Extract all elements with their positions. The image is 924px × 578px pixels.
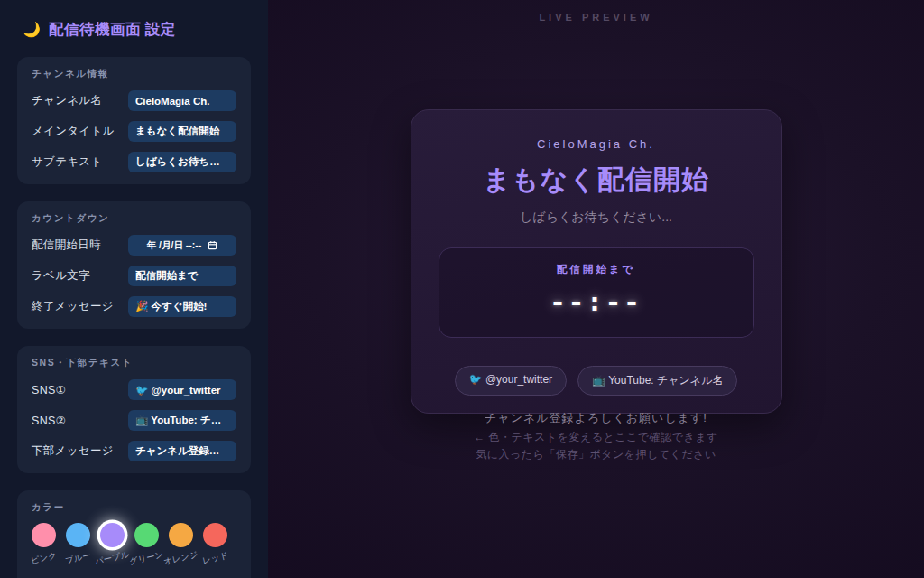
color-swatch-pink[interactable] xyxy=(32,523,56,547)
preview-countdown-value: --:-- xyxy=(439,286,753,317)
field-row-sub-text: サブテキスト xyxy=(32,152,236,172)
hint-line-2: 気に入ったら「保存」ボタンを押してください xyxy=(474,446,718,463)
swatch-item-purple: パープル xyxy=(100,523,125,564)
start-datetime-input[interactable]: 年 /月/日 --:-- xyxy=(128,235,236,256)
field-row-countdown-label: ラベル文字 xyxy=(32,266,236,286)
color-swatch-green[interactable] xyxy=(134,523,159,547)
field-row-start-datetime: 配信開始日時 年 /月/日 --:-- xyxy=(32,235,236,256)
sns2-input[interactable] xyxy=(128,410,236,431)
preview-bottom-message: チャンネル登録よろしくお願いします! xyxy=(411,410,781,426)
main-title-input[interactable] xyxy=(128,121,236,142)
preview-card: CieloMagia Ch. まもなく配信開始 しばらくお待ちください... 配… xyxy=(411,109,782,414)
start-datetime-label: 配信開始日時 xyxy=(32,238,101,253)
preview-sub-text: しばらくお待ちください... xyxy=(411,210,781,226)
settings-sidebar: 🌙 配信待機画面 設定 チャンネル情報 チャンネル名 メインタイトル サブテキス… xyxy=(0,0,268,578)
color-swatch-purple[interactable] xyxy=(100,523,125,547)
preview-sns-pills: 🐦 @your_twitter 📺 YouTube: チャンネル名 xyxy=(411,366,781,396)
swatch-item-blue: ブルー xyxy=(66,523,90,564)
swatch-item-orange: オレンジ xyxy=(169,523,193,564)
color-swatch-red[interactable] xyxy=(203,523,227,547)
moon-icon: 🌙 xyxy=(23,23,41,37)
swatch-item-green: グリーン xyxy=(134,523,159,564)
color-swatch-grid: ピンク ブルー パープル グリーン オレンジ xyxy=(32,523,236,578)
field-row-finish-message: 終了メッセージ xyxy=(32,296,236,317)
bottom-message-label: 下部メッセージ xyxy=(32,443,114,459)
section-sns: SNS・下部テキスト SNS① SNS② 下部メッセージ xyxy=(17,346,251,473)
bottom-message-input[interactable] xyxy=(128,441,236,461)
live-preview-label: LIVE PREVIEW xyxy=(539,12,652,23)
app-title: 配信待機画面 設定 xyxy=(49,20,176,40)
color-swatch-blue[interactable] xyxy=(66,523,90,547)
app-header: 🌙 配信待機画面 設定 xyxy=(23,20,251,40)
field-row-main-title: メインタイトル xyxy=(32,121,236,142)
finish-message-label: 終了メッセージ xyxy=(32,299,114,314)
swatch-label-purple: パープル xyxy=(94,549,131,568)
preview-main-title: まもなく配信開始 xyxy=(411,162,781,199)
section-label-sns: SNS・下部テキスト xyxy=(32,357,236,369)
swatch-label-pink: ピンク xyxy=(30,550,58,567)
section-channel-info: チャンネル情報 チャンネル名 メインタイトル サブテキスト xyxy=(17,57,251,184)
preview-sns1-pill: 🐦 @your_twitter xyxy=(455,366,568,396)
section-label-colors: カラー xyxy=(32,501,236,514)
field-row-bottom-message: 下部メッセージ xyxy=(32,441,236,461)
calendar-icon[interactable] xyxy=(208,240,217,250)
channel-name-label: チャンネル名 xyxy=(32,93,102,108)
sub-text-input[interactable] xyxy=(128,152,236,172)
sub-text-label: サブテキスト xyxy=(32,154,103,170)
finish-message-input[interactable] xyxy=(128,296,236,317)
channel-name-input[interactable] xyxy=(128,90,236,111)
swatch-item-red: レッド xyxy=(203,523,227,564)
preview-countdown-label: 配信開始まで xyxy=(439,263,753,276)
swatch-label-orange: オレンジ xyxy=(162,549,199,568)
hint-line-1: ← 色・テキストを変えるとここで確認できます xyxy=(474,429,718,446)
sns1-input[interactable] xyxy=(128,379,236,400)
countdown-label-label: ラベル文字 xyxy=(32,268,90,284)
swatch-item-pink: ピンク xyxy=(32,523,56,564)
section-countdown: カウントダウン 配信開始日時 年 /月/日 --:-- ラベル文字 終了 xyxy=(17,201,251,329)
swatch-label-red: レッド xyxy=(201,550,229,567)
section-label-countdown: カウントダウン xyxy=(32,212,236,225)
section-label-channel: チャンネル情報 xyxy=(32,68,236,80)
preview-countdown-box: 配信開始まで --:-- xyxy=(439,247,754,338)
datetime-placeholder: 年 /月/日 --:-- xyxy=(147,239,202,252)
field-row-channel-name: チャンネル名 xyxy=(32,90,236,111)
field-row-sns2: SNS② xyxy=(32,410,236,431)
sns2-label: SNS② xyxy=(32,414,66,427)
sns1-label: SNS① xyxy=(32,383,66,396)
countdown-label-input[interactable] xyxy=(128,266,236,286)
section-colors: カラー ピンク ブルー パープル グリーン xyxy=(17,490,251,578)
preview-channel-name: CieloMagia Ch. xyxy=(411,137,781,151)
live-preview-area: LIVE PREVIEW CieloMagia Ch. まもなく配信開始 しばら… xyxy=(268,0,924,578)
swatch-label-green: グリーン xyxy=(128,549,165,568)
preview-hints: ← 色・テキストを変えるとここで確認できます 気に入ったら「保存」ボタンを押して… xyxy=(474,429,718,462)
main-title-label: メインタイトル xyxy=(32,124,115,139)
field-row-sns1: SNS① xyxy=(32,379,236,400)
swatch-label-blue: ブルー xyxy=(64,550,92,567)
color-swatch-orange[interactable] xyxy=(169,523,193,547)
preview-sns2-pill: 📺 YouTube: チャンネル名 xyxy=(578,366,737,396)
